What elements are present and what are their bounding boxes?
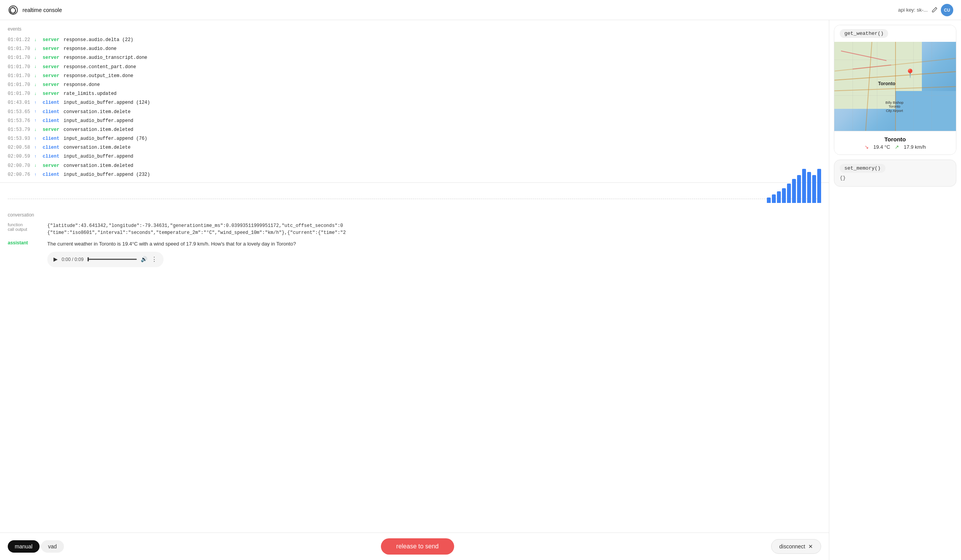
- events-list: 01:01.22 ↓ server response.audio.delta (…: [8, 36, 821, 179]
- temperature-value: 19.4 °C: [873, 144, 890, 150]
- disconnect-button[interactable]: disconnect ✕: [771, 539, 821, 554]
- event-direction-icon: ↓: [34, 64, 40, 70]
- event-direction-icon: ↑: [34, 144, 40, 151]
- event-row: 01:43.01 ↑ client input_audio_buffer.app…: [8, 98, 821, 107]
- event-direction-icon: ↑: [34, 136, 40, 143]
- event-name: input_audio_buffer.append: [64, 117, 133, 125]
- bars-container: [767, 169, 821, 203]
- event-source: server: [43, 126, 60, 134]
- wind-speed-value: 17.9 km/h: [904, 144, 926, 150]
- event-time: 01:53.93: [8, 135, 31, 143]
- set-memory-card: set_memory() {}: [834, 160, 956, 187]
- event-row: 02:00.59 ↑ client input_audio_buffer.app…: [8, 152, 821, 161]
- event-row: 02:00.58 ↑ client conversation.item.dele…: [8, 143, 821, 152]
- event-name: conversation.item.delete: [64, 108, 131, 116]
- event-row: 02:00.76 ↑ client input_audio_buffer.app…: [8, 170, 821, 179]
- event-row: 01:01.70 ↓ server response.done: [8, 81, 821, 89]
- bottom-bar: manual vad release to send disconnect ✕: [0, 533, 829, 560]
- event-name: response.done: [64, 81, 100, 89]
- event-name: input_audio_buffer.append (76): [64, 135, 147, 143]
- audio-bar: [782, 188, 786, 203]
- conversation-label: conversation: [8, 212, 821, 218]
- event-time: 01:01.70: [8, 81, 31, 89]
- event-row: 01:01.22 ↓ server response.audio.delta (…: [8, 36, 821, 45]
- event-time: 01:01.70: [8, 45, 31, 53]
- audio-bar: [807, 172, 811, 203]
- event-source: client: [43, 117, 60, 125]
- event-name: input_audio_buffer.append: [64, 153, 133, 160]
- event-direction-icon: ↓: [34, 46, 40, 53]
- event-name: response.audio_transcript.done: [64, 54, 147, 62]
- app-header: realtime console api key: sk-... CU: [0, 0, 961, 20]
- event-time: 01:53.79: [8, 126, 31, 134]
- event-direction-icon: ↓: [34, 82, 40, 89]
- event-source: client: [43, 144, 60, 151]
- event-source: client: [43, 135, 60, 143]
- event-source: server: [43, 81, 60, 89]
- event-direction-icon: ↑: [34, 108, 40, 115]
- event-direction-icon: ↓: [34, 127, 40, 134]
- function-row: function call output {"latitude":43.6413…: [8, 222, 821, 236]
- event-name: response.content_part.done: [64, 64, 136, 71]
- event-source: server: [43, 36, 60, 44]
- audio-volume-icon[interactable]: 🔊: [141, 255, 147, 263]
- event-name: rate_limits.updated: [64, 90, 117, 98]
- event-time: 01:01.22: [8, 36, 31, 44]
- event-row: 01:01.70 ↓ server response.audio_transcr…: [8, 53, 821, 62]
- event-direction-icon: ↑: [34, 172, 40, 179]
- event-time: 01:53.65: [8, 108, 31, 116]
- user-avatar: CU: [941, 4, 953, 16]
- manual-mode-button[interactable]: manual: [8, 540, 40, 553]
- event-direction-icon: ↓: [34, 73, 40, 80]
- audio-progress-bar[interactable]: [88, 259, 137, 260]
- event-row: 01:01.70 ↓ server rate_limits.updated: [8, 89, 821, 98]
- audio-bar: [812, 175, 816, 203]
- event-time: 02:00.58: [8, 144, 31, 151]
- event-name: conversation.item.deleted: [64, 162, 133, 170]
- event-direction-icon: ↓: [34, 55, 40, 62]
- audio-bar: [797, 175, 801, 203]
- vad-mode-button[interactable]: vad: [41, 540, 64, 553]
- temp-arrow-icon: ↘: [865, 144, 869, 150]
- audio-player: ▶ 0:00 / 0:09 🔊 ⋮: [47, 252, 164, 267]
- event-row: 01:01.70 ↓ server response.audio.done: [8, 45, 821, 53]
- set-memory-function-label: set_memory(): [840, 164, 885, 173]
- audio-bar: [802, 169, 806, 203]
- event-time: 01:01.70: [8, 54, 31, 62]
- close-icon: ✕: [808, 543, 813, 550]
- event-row: 01:53.76 ↑ client input_audio_buffer.app…: [8, 117, 821, 125]
- map-city-label-overlay: Toronto: [878, 81, 895, 86]
- audio-bar: [787, 184, 791, 203]
- event-source: client: [43, 153, 60, 160]
- event-source: client: [43, 171, 60, 179]
- get-weather-card: get_weather() �: [834, 25, 956, 155]
- event-source: server: [43, 72, 60, 80]
- event-row: 01:01.70 ↓ server response.content_part.…: [8, 63, 821, 72]
- event-time: 01:01.70: [8, 72, 31, 80]
- header-right: api key: sk-... CU: [898, 4, 953, 16]
- assistant-role-label: assistant: [8, 240, 43, 267]
- events-label: events: [8, 26, 821, 32]
- map-footer: Toronto ↘ 19.4 °C ↗ 17.9 km/h: [834, 131, 956, 155]
- event-time: 01:01.70: [8, 90, 31, 98]
- viz-dashed-line: [8, 199, 821, 199]
- audio-bar: [792, 179, 796, 203]
- play-button[interactable]: ▶: [53, 255, 58, 263]
- main-layout: events 01:01.22 ↓ server response.audio.…: [0, 20, 961, 560]
- event-name: input_audio_buffer.append (232): [64, 171, 150, 179]
- event-name: conversation.item.deleted: [64, 126, 133, 134]
- event-row: 01:53.79 ↓ server conversation.item.dele…: [8, 125, 821, 134]
- release-to-send-button[interactable]: release to send: [381, 538, 454, 555]
- event-source: server: [43, 162, 60, 170]
- edit-icon[interactable]: [931, 7, 938, 14]
- weather-info: ↘ 19.4 °C ↗ 17.9 km/h: [840, 144, 950, 150]
- map-background: 📍 Toronto Billy BishopTorontoCity Airpor…: [834, 42, 956, 131]
- audio-more-icon[interactable]: ⋮: [151, 255, 157, 264]
- event-time: 02:00.70: [8, 162, 31, 170]
- event-direction-icon: ↓: [34, 162, 40, 169]
- event-source: server: [43, 64, 60, 71]
- openai-logo-icon: [8, 5, 19, 15]
- event-row: 02:00.70 ↓ server conversation.item.dele…: [8, 161, 821, 170]
- event-name: response.output_item.done: [64, 72, 133, 80]
- assistant-row: assistant The current weather in Toronto…: [8, 240, 821, 267]
